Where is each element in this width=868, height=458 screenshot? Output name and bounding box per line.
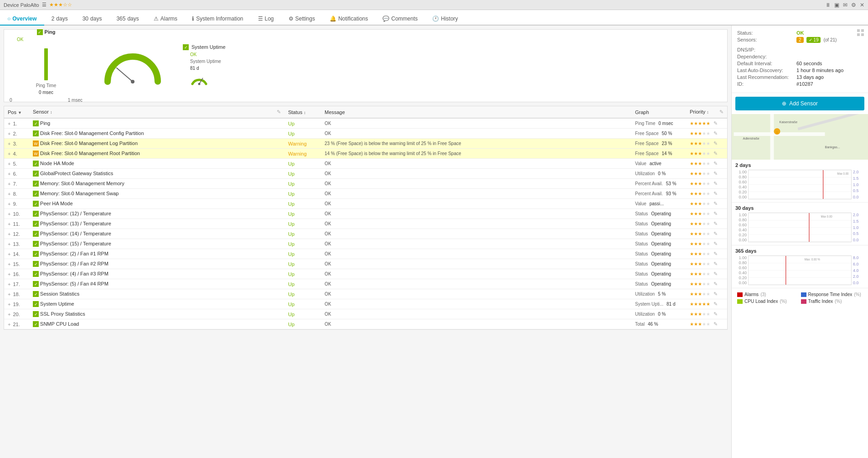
row-edit-icon[interactable]: ✎ [713,211,718,216]
row-sensor-name[interactable]: ✓ Session Statistics [29,289,284,299]
drag-handle[interactable]: + [8,141,10,146]
drag-handle[interactable]: + [8,281,10,287]
drag-handle[interactable]: + [8,161,10,167]
mail-icon[interactable]: ✉ [843,2,847,8]
row-sensor-name[interactable]: ✓ Node HA Mode [29,159,284,169]
row-sensor-name[interactable]: ✓ Memory: Slot-0 Management Memory [29,179,284,189]
table-row: + 4. W Disk Free: Slot-0 Management Root… [4,149,727,159]
tab-log[interactable]: ☰ Log [251,13,281,26]
row-edit-icon[interactable]: ✎ [713,291,718,297]
row-edit-icon[interactable]: ✎ [713,130,718,136]
row-sensor-name[interactable]: ✓ PhysSensor: (14) / Temperature [29,229,284,239]
settings-icon[interactable]: ⚙ [851,2,856,8]
drag-handle[interactable]: + [8,171,10,177]
row-edit-icon[interactable]: ✎ [713,261,718,266]
badge-warning: 2 [796,37,804,43]
drag-handle[interactable]: + [8,211,10,217]
row-edit-icon[interactable]: ✎ [713,281,718,286]
device-stars[interactable]: ★★★☆☆ [49,2,72,8]
tab-comments[interactable]: 💬 Comments [375,13,425,26]
row-sensor-name[interactable]: W Disk Free: Slot-0 Management Root Part… [29,149,284,159]
header-priority[interactable]: Priority ↕ ✎ [686,106,727,118]
row-graph: Ping Time 0 msec [631,118,686,129]
row-sensor-name[interactable]: ✓ PhysSensor: (13) / Temperature [29,219,284,229]
drag-handle[interactable]: + [8,121,10,126]
row-sensor-name[interactable]: ✓ SNMP CPU Load [29,319,284,329]
row-edit-icon[interactable]: ✎ [713,191,718,196]
header-edit-icon[interactable]: ✎ [277,109,281,115]
drag-handle[interactable]: + [8,221,10,227]
row-edit-icon[interactable]: ✎ [713,241,718,246]
tab-settings[interactable]: ⚙ Settings [281,13,322,26]
drag-handle[interactable]: + [8,231,10,237]
row-sensor-name[interactable]: ✓ Memory: Slot-0 Management Swap [29,189,284,199]
pause-icon[interactable]: ⏸ [825,2,831,8]
header-sensor[interactable]: Sensor ↕ ✎ [29,106,284,118]
row-sensor-name[interactable]: ✓ PhysSensor: (2) / Fan #1 RPM [29,249,284,259]
row-edit-icon[interactable]: ✎ [713,201,718,206]
tab-30days[interactable]: 30 days [75,13,109,26]
tab-alarms[interactable]: ⚠ Alarms [146,13,185,26]
header-pos[interactable]: Pos ▼ [4,106,29,118]
row-priority: ★★★★★ ✎ [686,299,727,309]
header-priority-edit[interactable]: ✎ [719,109,723,115]
alarms-icon: ⚠ [154,16,159,22]
row-edit-icon[interactable]: ✎ [713,181,718,186]
row-edit-icon[interactable]: ✎ [713,151,718,156]
close-icon[interactable]: ✕ [860,2,864,8]
drag-handle[interactable]: + [8,312,10,317]
row-sensor-name[interactable]: ✓ PhysSensor: (5) / Fan #4 RPM [29,279,284,289]
drag-handle[interactable]: + [8,261,10,267]
drag-handle[interactable]: + [8,181,10,187]
add-sensor-button[interactable]: ⊕ Add Sensor [735,97,864,110]
row-edit-icon[interactable]: ✎ [713,141,718,146]
drag-handle[interactable]: + [8,151,10,156]
drag-handle[interactable]: + [8,251,10,257]
drag-handle[interactable]: + [8,131,10,136]
row-graph: Status Operating [631,269,686,279]
drag-handle[interactable]: + [8,322,10,327]
row-sensor-name[interactable]: ✓ PhysSensor: (12) / Temperature [29,209,284,219]
row-sensor-name[interactable]: ✓ SSL Proxy Statistics [29,309,284,319]
drag-handle[interactable]: + [8,201,10,207]
drag-handle[interactable]: + [8,302,10,307]
drag-handle[interactable]: + [8,291,10,297]
tab-system-info[interactable]: ℹ System Information [185,13,250,26]
row-edit-icon[interactable]: ✎ [713,221,718,226]
row-edit-icon[interactable]: ✎ [713,120,718,126]
grid-icon[interactable] [857,29,864,36]
row-sensor-name[interactable]: ✓ Disk Free: Slot-0 Management Config Pa… [29,129,284,139]
header-message[interactable]: Message [321,106,631,118]
row-priority: ★★★★★ ✎ [686,179,727,189]
monitor-icon[interactable]: ▣ [834,2,839,8]
header-status[interactable]: Status ↕ [284,106,321,118]
row-edit-icon[interactable]: ✎ [713,161,718,166]
row-sensor-name[interactable]: ✓ PhysSensor: (3) / Fan #2 RPM [29,259,284,269]
tab-overview[interactable]: ○ Overview [0,13,44,26]
drag-handle[interactable]: + [8,241,10,247]
row-sensor-name[interactable]: ✓ GlobalProtect Gateway Statistics [29,169,284,179]
tab-history[interactable]: 🕐 History [425,13,465,26]
row-sensor-name[interactable]: ✓ Ping [29,118,284,129]
row-edit-icon[interactable]: ✎ [713,231,718,236]
drag-handle[interactable]: + [8,271,10,277]
row-edit-icon[interactable]: ✎ [713,311,718,317]
row-sensor-name[interactable]: ✓ PhysSensor: (4) / Fan #3 RPM [29,269,284,279]
row-edit-icon[interactable]: ✎ [713,321,718,327]
tab-365days[interactable]: 365 days [109,13,146,26]
row-sensor-name[interactable]: W Disk Free: Slot-0 Management Log Parti… [29,139,284,149]
row-sensor-name[interactable]: ✓ PhysSensor: (15) / Temperature [29,239,284,249]
drag-handle[interactable]: + [8,191,10,197]
row-edit-icon[interactable]: ✎ [713,251,718,256]
header-graph[interactable]: Graph [631,106,686,118]
row-edit-icon[interactable]: ✎ [713,271,718,276]
row-edit-icon[interactable]: ✎ [713,301,718,307]
tab-notifications[interactable]: 🔔 Notifications [322,13,375,26]
row-sensor-name[interactable]: ✓ Peer HA Mode [29,199,284,209]
tab-2days[interactable]: 2 days [44,13,75,26]
svg-text:Max: 0.00 %: Max: 0.00 % [805,258,820,261]
row-edit-icon[interactable]: ✎ [713,171,718,176]
row-sensor-name[interactable]: ✓ System Uptime [29,299,284,309]
row-graph: Free Space 23 % [631,139,686,149]
map-container[interactable]: Adlerstraße Kaiserstraße Bankgas... [732,114,868,160]
